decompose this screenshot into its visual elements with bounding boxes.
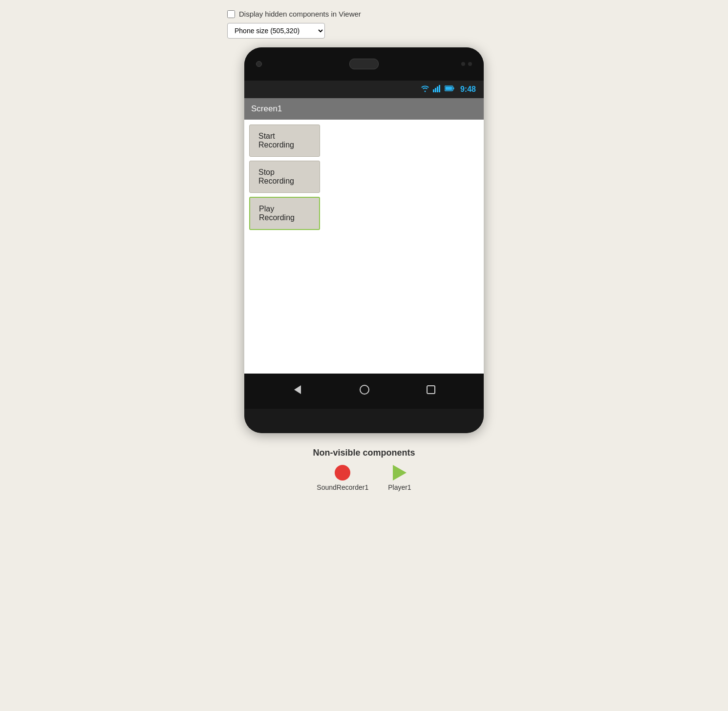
top-controls: Display hidden components in Viewer Phon…	[227, 10, 501, 39]
sensor-dot-2	[468, 62, 472, 66]
display-hidden-label: Display hidden components in Viewer	[239, 10, 361, 18]
status-icons	[420, 84, 454, 94]
phone-frame: 9:48 Screen1 Start Recording Stop Record…	[244, 47, 484, 433]
nav-bar	[244, 374, 484, 409]
wifi-icon	[420, 84, 430, 94]
time-display: 9:48	[460, 85, 476, 94]
play-recording-button[interactable]: Play Recording	[249, 197, 320, 230]
display-hidden-row: Display hidden components in Viewer	[227, 10, 361, 18]
home-icon[interactable]	[359, 384, 370, 398]
nonvisible-title: Non-visible components	[313, 448, 415, 458]
signal-icon	[433, 84, 442, 94]
svg-rect-0	[433, 89, 434, 92]
sound-recorder-label: SoundRecorder1	[317, 483, 368, 491]
phone-camera	[256, 61, 262, 67]
back-icon[interactable]	[292, 384, 303, 398]
app-title: Screen1	[251, 104, 282, 114]
nonvisible-items: SoundRecorder1 Player1	[317, 465, 411, 491]
phone-bottom	[244, 409, 484, 433]
svg-marker-7	[294, 385, 301, 394]
recents-icon[interactable]	[426, 385, 436, 397]
svg-rect-5	[453, 87, 454, 89]
player-label: Player1	[388, 483, 411, 491]
app-content: Start Recording Stop Recording Play Reco…	[244, 120, 484, 374]
phone-top-bar	[244, 47, 484, 81]
svg-rect-6	[445, 87, 452, 90]
status-bar: 9:48	[244, 81, 484, 98]
display-hidden-checkbox[interactable]	[227, 10, 235, 18]
nonvisible-section: Non-visible components SoundRecorder1 Pl…	[313, 448, 415, 491]
app-title-bar: Screen1	[244, 98, 484, 120]
player-component: Player1	[388, 465, 411, 491]
stop-recording-button[interactable]: Stop Recording	[249, 161, 320, 193]
player-icon	[393, 465, 407, 481]
svg-rect-3	[439, 85, 440, 92]
svg-point-8	[360, 385, 369, 394]
svg-rect-1	[435, 88, 436, 92]
battery-icon	[445, 84, 454, 94]
size-select[interactable]: Phone size (505,320) Tablet size (1024,7…	[227, 23, 325, 39]
svg-rect-2	[437, 86, 438, 92]
phone-sensors	[461, 62, 472, 66]
start-recording-button[interactable]: Start Recording	[249, 125, 320, 157]
sound-recorder-icon	[335, 465, 350, 481]
sensor-dot-1	[461, 62, 465, 66]
phone-speaker	[349, 59, 379, 69]
svg-rect-9	[427, 386, 435, 394]
sound-recorder-component: SoundRecorder1	[317, 465, 368, 491]
